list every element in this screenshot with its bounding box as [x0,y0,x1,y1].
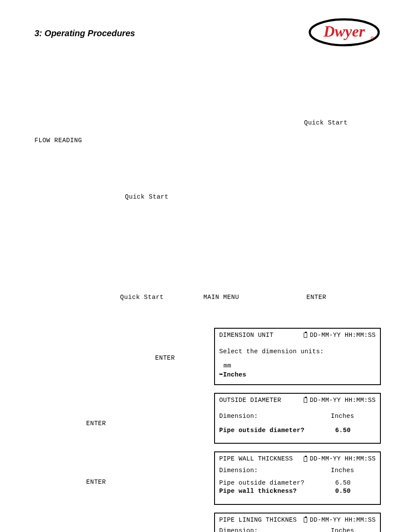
screen3-q1: Pipe outside diameter? [219,479,305,487]
step-1: 1. Select Quick Start from the MAIN MENU… [65,284,381,319]
battery-icon [304,517,307,523]
screen3-dim-val: Inches [331,467,354,475]
label-enter-1: ENTER [306,294,326,301]
label-main-menu: MAIN MENU [203,294,239,301]
step-4: 4. Enter the pipe wall thickness then pr… [34,451,214,495]
screen4-title: PIPE LINING THICKNES [219,516,297,524]
screen4-dim-val: Inches [331,527,354,532]
label-enter-4: ENTER [86,479,106,485]
screen4-datetime: DD-MM-YY HH:MM:SS [304,516,376,524]
screen3-title: PIPE WALL THICKNESS [219,455,293,463]
label-quick-start-2: Quick Start [125,193,168,200]
screen3-v2: 0.50 [335,487,351,495]
page-header: 3: Operating Procedures Dwyer R [34,17,381,49]
dwyer-logo-icon: Dwyer R [308,17,381,47]
screen-outside-diameter: OUTSIDE DIAMETER DD-MM-YY HH:MM:SS Dimen… [214,393,381,444]
screen3-dim-label: Dimension: [219,467,258,475]
arrow-right-icon: ➥ [219,371,223,378]
logo-text: Dwyer [323,23,365,40]
step-5: 5. Enter the pipe lining thickness. If t… [34,513,214,532]
screen2-q1: Pipe outside diameter? [219,426,305,435]
brand-logo: Dwyer R [308,17,381,49]
screen2-dim-label: Dimension: [219,412,258,420]
section-title: 3: Operating Procedures [34,28,135,38]
label-quick-start: Quick Start [304,119,348,126]
screen3-q2: Pipe wall thickness? [219,487,297,495]
intro-block: 3.2 Using the Quick Start Menu [34,79,381,106]
step-2: 2. Select the dimension units (millimetr… [34,328,214,371]
label-enter-2: ENTER [155,355,175,361]
intro-heading: 3.2 Using the Quick Start Menu [50,89,173,96]
battery-icon [304,398,307,403]
intro-p1: If you need to monitor a different pipe … [34,110,381,153]
screen1-title: DIMENSION UNIT [219,331,274,339]
label-enter-3: ENTER [86,420,106,427]
label-flow-reading: FLOW READING [34,137,82,144]
battery-icon [304,457,307,462]
screen2-v1: 6.50 [335,426,351,435]
svg-text:R: R [371,37,373,40]
page-root: 3: Operating Procedures Dwyer R 3.2 Usin… [0,0,411,532]
screen1-prompt: Select the dimension units: [219,348,376,356]
step-3: 3. Enter the pipe outside diameter then … [34,393,214,436]
intro-p3: Before you use a FlowPulse on a new appl… [34,232,381,267]
screen4-dim-label: Dimension: [219,527,258,532]
screen1-opt-mm: mm [219,362,376,370]
screen1-datetime: DD-MM-YY HH:MM:SS [304,331,376,339]
screen2-title: OUTSIDE DIAMETER [219,396,281,404]
screen-dimension-unit: DIMENSION UNIT DD-MM-YY HH:MM:SS Select … [214,328,381,385]
intro-p2: If the FlowPulse has previously been use… [34,166,381,219]
label-quick-start-3: Quick Start [120,294,164,301]
screen1-opt-inches: ➥Inches [219,371,376,379]
screen2-dim-val: Inches [331,412,354,420]
screen-pipe-wall-thickness: PIPE WALL THICKNESS DD-MM-YY HH:MM:SS Di… [214,451,381,504]
screen2-datetime: DD-MM-YY HH:MM:SS [304,396,376,404]
screen3-v1: 6.50 [335,479,351,487]
screen-pipe-lining-thickness: PIPE LINING THICKNES DD-MM-YY HH:MM:SS D… [214,513,381,532]
battery-icon [304,333,307,338]
screen3-datetime: DD-MM-YY HH:MM:SS [304,455,376,463]
